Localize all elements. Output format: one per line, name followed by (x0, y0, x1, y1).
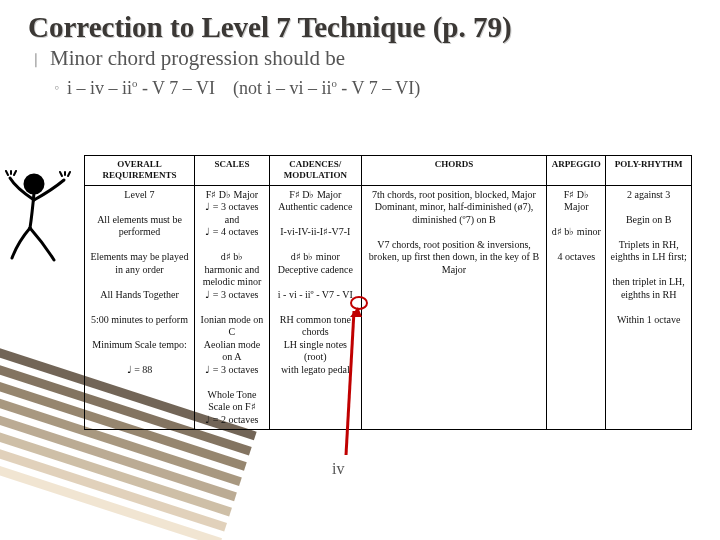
iv-correction-label: iv (332, 460, 344, 478)
table-cell: F♯ D♭ MajorAuthentic cadenceI-vi-IV-ii-I… (269, 185, 361, 430)
table-cell: 7th chords, root position, blocked, Majo… (361, 185, 546, 430)
bullet-text: Minor chord progression should be (50, 46, 345, 71)
table-cell: 2 against 3Begin on BTriplets in RH, eig… (606, 185, 692, 430)
table-cell: F♯ D♭ Major♩ = 3 octavesand♩ = 4 octaves… (194, 185, 269, 430)
page-title: Correction to Level 7 Technique (p. 79) (0, 0, 720, 44)
table-row: Level 7All elements must be performedEle… (85, 185, 692, 430)
table-cell: Level 7All elements must be performedEle… (85, 185, 195, 430)
svg-point-0 (25, 175, 43, 193)
sub-bullet-marker: ◦ (54, 80, 59, 96)
table-header: OVERALL REQUIREMENTS (85, 156, 195, 186)
table-header: ARPEGGIO (547, 156, 606, 186)
table-cell: F♯ D♭ Majord♯ b♭ minor4 octaves (547, 185, 606, 430)
table-header: SCALES (194, 156, 269, 186)
requirements-table: OVERALL REQUIREMENTSSCALESCADENCES/ MODU… (84, 155, 692, 430)
bullet-marker: ❘ (30, 51, 42, 68)
stick-figure-icon (4, 170, 74, 265)
bullet-sub: ◦ i – iv – iio - V 7 – VI (not i – vi – … (0, 77, 720, 99)
table-header: POLY-RHYTHM (606, 156, 692, 186)
sub-bullet-text: i – iv – iio - V 7 – VI (not i – vi – ii… (67, 77, 420, 99)
table-header: CHORDS (361, 156, 546, 186)
bullet-main: ❘ Minor chord progression should be (0, 46, 720, 71)
table-header: CADENCES/ MODULATION (269, 156, 361, 186)
